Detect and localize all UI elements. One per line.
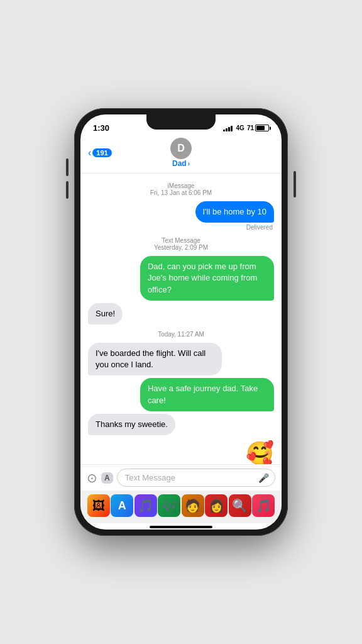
message-input[interactable]: Text Message (117, 469, 275, 487)
dock-avatar2-icon[interactable]: 🧑 (182, 494, 204, 517)
apps-icon[interactable]: A (101, 472, 113, 484)
dock-photos-icon[interactable]: 🖼 (87, 494, 110, 517)
dock-appstore-icon[interactable]: A (111, 494, 133, 517)
emoji-content: 🥰 (246, 438, 274, 464)
status-icons: 4G 71 (223, 125, 269, 131)
vol-up-button[interactable] (66, 158, 69, 176)
message-row: Have a safe journey dad. Take care! (88, 378, 274, 411)
message-row: Sure! (88, 303, 274, 325)
phone-frame: 1:30 4G 71 ‹ 1 (74, 108, 288, 536)
dock-music-icon[interactable]: 🎵 (252, 494, 275, 517)
delivered-label: Delivered (246, 224, 274, 231)
contact-name: Dad › (172, 159, 190, 168)
avatar: D (170, 138, 192, 159)
chevron-right-icon: › (188, 160, 190, 167)
message-row: I've boarded the flight. Will call you o… (88, 343, 274, 375)
message-row: I'll be home by 10Delivered (88, 201, 274, 231)
mic-icon[interactable]: 🎤 (258, 473, 269, 483)
message-bubble: Dad, can you pick me up from Joe's home … (140, 256, 274, 301)
dock-spotify-icon[interactable]: 🎶 (158, 494, 180, 517)
back-button[interactable]: ‹ 191 (88, 147, 112, 158)
phone-screen: 1:30 4G 71 ‹ 1 (80, 114, 282, 530)
dock-search-icon[interactable]: 🔍 (229, 494, 251, 517)
message-bubble: Thanks my sweetie. (88, 414, 175, 435)
message-bubble: I'll be home by 10 (195, 201, 275, 223)
message-input-wrapper: Text Message 🎤 (117, 469, 275, 487)
message-bubble: Sure! (88, 303, 123, 325)
timestamp-label: iMessage Fri, 13 Jan at 6:06 PM (88, 182, 274, 196)
message-header: ‹ 191 D Dad › (80, 135, 282, 174)
dock: 🖼 A 🎵 🎶 🧑 👩 🔍 🎵 (80, 491, 282, 523)
emoji-message: 🥰 (88, 438, 274, 464)
message-bubble: I've boarded the flight. Will call you o… (88, 343, 222, 375)
camera-icon[interactable]: ⊙ (87, 470, 97, 486)
timestamp-label: Today, 11:27 AM (88, 331, 274, 338)
input-bar: ⊙ A Text Message 🎤 (80, 464, 282, 491)
notch (146, 114, 216, 130)
timestamp-label: Text Message Yesterday, 2:09 PM (88, 237, 274, 251)
battery-pct-label: 71 (247, 125, 254, 131)
dock-avatar3-icon[interactable]: 👩 (205, 494, 228, 517)
signal-bars-icon (223, 125, 233, 131)
contact-info[interactable]: D Dad › (170, 138, 192, 168)
back-chevron-icon: ‹ (88, 147, 91, 158)
back-count-badge: 191 (92, 148, 111, 157)
message-bubble: Have a safe journey dad. Take care! (140, 378, 274, 411)
network-label: 4G (236, 125, 244, 131)
vol-down-button[interactable] (66, 181, 69, 199)
home-indicator[interactable] (150, 526, 212, 528)
message-row: Thanks my sweetie. (88, 414, 274, 435)
status-time: 1:30 (93, 123, 109, 133)
power-button[interactable] (293, 171, 296, 197)
battery-icon: 71 (247, 125, 269, 131)
chat-area: iMessage Fri, 13 Jan at 6:06 PMI'll be h… (80, 174, 282, 464)
message-row: Dad, can you pick me up from Joe's home … (88, 256, 274, 301)
dock-audio-icon[interactable]: 🎵 (134, 494, 157, 517)
